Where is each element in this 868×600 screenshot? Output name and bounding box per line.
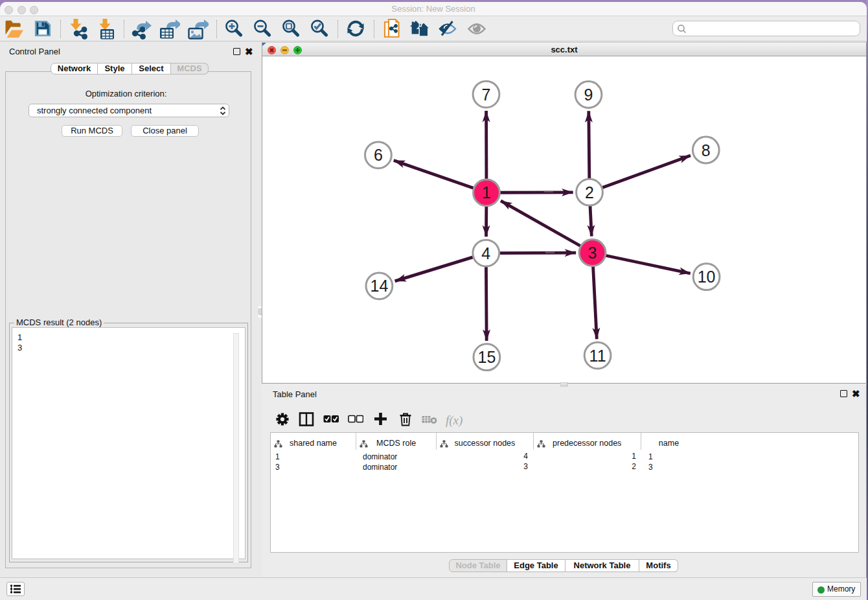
- svg-text:9: 9: [584, 86, 593, 104]
- svg-text:2: 2: [585, 183, 594, 202]
- svg-text:1: 1: [482, 183, 491, 202]
- svg-text:8: 8: [702, 141, 711, 159]
- svg-text:4: 4: [481, 244, 490, 262]
- svg-text:7: 7: [482, 86, 491, 104]
- svg-text:15: 15: [477, 348, 496, 366]
- svg-text:10: 10: [698, 268, 716, 286]
- svg-text:11: 11: [589, 347, 606, 365]
- svg-text:6: 6: [374, 146, 383, 164]
- svg-text:3: 3: [588, 244, 597, 262]
- svg-text:14: 14: [370, 277, 388, 295]
